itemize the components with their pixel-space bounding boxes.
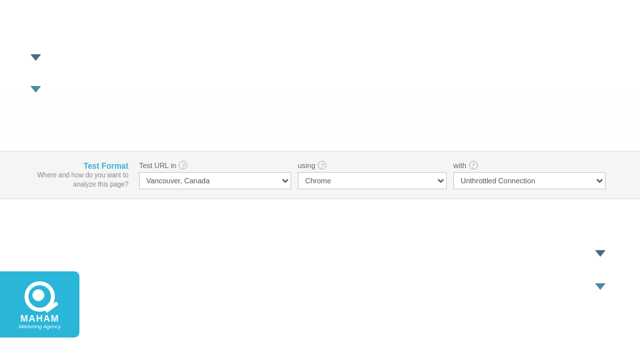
logo-circle-inner bbox=[32, 289, 44, 301]
test-url-select[interactable]: Vancouver, Canada New York, USA London, … bbox=[139, 172, 291, 189]
logo-watermark: MAHAM Marketing Agency bbox=[0, 271, 79, 338]
using-label: using ? bbox=[298, 161, 447, 169]
test-format-label: Test Format Where and how do you want to… bbox=[13, 161, 139, 189]
test-format-title: Test Format bbox=[13, 161, 128, 171]
connection-field-group: with ? Unthrottled Connection Cable DSL … bbox=[453, 161, 606, 189]
test-url-label: Test URL in ? bbox=[139, 161, 291, 169]
test-url-help-icon[interactable]: ? bbox=[179, 161, 187, 169]
logo-text-block: MAHAM Marketing Agency bbox=[19, 313, 61, 330]
browser-field-group: using ? Chrome Firefox Safari Edge bbox=[298, 161, 447, 189]
browser-select[interactable]: Chrome Firefox Safari Edge bbox=[298, 172, 447, 189]
logo-icon bbox=[23, 280, 56, 313]
with-label: with ? bbox=[453, 161, 606, 169]
logo-subtitle: Marketing Agency bbox=[19, 324, 61, 330]
test-url-field-group: Test URL in ? Vancouver, Canada New York… bbox=[139, 161, 291, 189]
with-help-icon[interactable]: ? bbox=[469, 161, 478, 169]
page-wrapper: Test Format Where and how do you want to… bbox=[0, 0, 640, 364]
chevron-second-icon[interactable] bbox=[30, 86, 41, 93]
chevron-bottom-1-icon[interactable] bbox=[595, 250, 606, 257]
connection-select[interactable]: Unthrottled Connection Cable DSL 3G Fast… bbox=[453, 172, 606, 189]
logo-name: MAHAM bbox=[19, 313, 61, 324]
chevron-top-icon[interactable] bbox=[30, 54, 41, 61]
test-format-subtitle: Where and how do you want toanalyze this… bbox=[13, 171, 128, 189]
test-format-section: Test Format Where and how do you want to… bbox=[0, 151, 640, 199]
using-help-icon[interactable]: ? bbox=[318, 161, 326, 169]
blurred-content bbox=[0, 0, 640, 151]
chevron-bottom-2-icon[interactable] bbox=[595, 283, 606, 290]
